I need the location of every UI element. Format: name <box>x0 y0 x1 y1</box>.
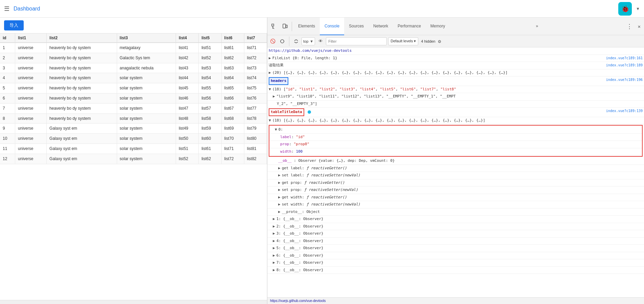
expand-icon[interactable]: ▶ <box>278 195 281 200</box>
table-cell: 1 <box>0 43 15 53</box>
table-row: 1universeheavenly bo dy systemmetagalaxy… <box>0 43 267 53</box>
table-cell: list42 <box>176 53 199 63</box>
hamburger-icon[interactable]: ☰ <box>4 5 9 13</box>
console-line: prop: "prop0" <box>269 141 642 148</box>
expand-icon[interactable]: ▶ <box>269 70 271 76</box>
console-expand-icon[interactable] <box>292 37 300 45</box>
console-source[interactable]: index.vue?c189:196 <box>606 77 643 82</box>
table-cell: list75 <box>244 83 267 93</box>
expand-icon[interactable]: ▶ <box>273 260 275 266</box>
expand-icon[interactable]: ▶ <box>278 173 281 178</box>
table-cell: anagalactic nebula <box>117 63 176 73</box>
table-cell: universe <box>15 154 47 164</box>
expand-icon[interactable]: ▶ <box>278 202 281 208</box>
table-cell: list54 <box>199 73 221 83</box>
devtools-toolbar: 🚫 top ▼ 👁 Default levels ▾ 4 hidden ⚙ <box>267 35 644 47</box>
status-url[interactable]: https://vuejs.github.com/vue-devtools <box>270 299 326 303</box>
console-line: ▶ __proto__: Object <box>267 209 644 216</box>
clear-console-icon[interactable]: 🚫 <box>269 37 277 45</box>
device-icon[interactable] <box>280 21 290 32</box>
dropdown-arrow-icon[interactable]: ▼ <box>636 6 640 11</box>
console-line: ▶ 5: {__ob__: Observer} <box>267 245 644 252</box>
table-cell: solar system <box>117 83 176 93</box>
tab-sources[interactable]: Sources <box>344 18 369 35</box>
inspect-icon[interactable] <box>269 21 280 32</box>
console-output[interactable]: https://github.com/vuejs/vue-devtools ▶ … <box>267 47 644 297</box>
expand-icon[interactable]: ▼ <box>275 127 277 133</box>
expand-icon[interactable]: ▶ <box>273 231 275 237</box>
headers-highlight-text: headers <box>269 77 603 85</box>
tab-overflow[interactable]: » <box>531 18 543 35</box>
console-line: ▶ set width: ƒ reactiveSetter(newVal) <box>267 201 644 209</box>
expand-icon[interactable]: ▶ <box>273 245 275 251</box>
tab-memory[interactable]: Memory <box>426 18 450 35</box>
expand-icon[interactable]: ▶ <box>278 187 281 193</box>
expand-icon[interactable]: ▶ <box>278 166 281 171</box>
table-header-row: id list1 list2 list3 list4 list5 list6 l… <box>0 34 267 43</box>
table-cell: solar system <box>117 124 176 134</box>
console-text: 1: {__ob__: Observer} <box>276 216 643 222</box>
expand-icon[interactable]: ▶ <box>273 216 275 222</box>
devtools-more-icon[interactable]: ⋮ <box>624 23 635 30</box>
table-cell: 3 <box>0 63 15 73</box>
expand-arrow-icon[interactable]: ▶ <box>269 56 271 61</box>
object-0-box: ▼ 0: label: "id" prop: "prop0" width: 10… <box>269 125 643 157</box>
console-text: 7: {__ob__: Observer} <box>276 260 643 266</box>
table-cell: solar system <box>117 134 176 144</box>
table-cell: Galaxy syst em <box>47 154 117 164</box>
table-container[interactable]: id list1 list2 list3 list4 list5 list6 l… <box>0 34 267 300</box>
col-header-list5: list5 <box>199 34 221 43</box>
table-cell: list72 <box>221 154 244 164</box>
expand-icon[interactable]: ▼ <box>269 118 271 124</box>
table-cell: universe <box>15 103 47 113</box>
console-source[interactable]: index.vue?c189:139 <box>606 108 643 113</box>
devtools-status-bar: https://vuejs.github.com/vue-devtools <box>267 297 644 304</box>
console-text: __ob__ : Observer {value: {…}, dep: Dep,… <box>278 158 643 164</box>
expand-icon[interactable]: ▶ <box>273 253 275 259</box>
context-selector[interactable]: top ▼ <box>302 37 315 45</box>
context-label: top <box>303 39 308 43</box>
console-source[interactable]: index.vue?c189:189 <box>606 63 643 68</box>
info-icon <box>308 110 311 114</box>
expand-arrow-icon[interactable]: ▶ <box>273 94 275 100</box>
expand-icon[interactable]: ▼ <box>269 87 271 92</box>
table-cell: list49 <box>176 124 199 134</box>
table-cell: list80 <box>244 134 267 144</box>
table-cell: list52 <box>199 53 221 63</box>
console-text: (18) [{…}, {…}, {…}, {…}, {…}, {…}, {…},… <box>272 118 643 124</box>
expand-icon[interactable]: ▶ <box>278 180 281 186</box>
table-cell: heavenly bo dy system <box>47 43 117 53</box>
console-line: ▶ get width: ƒ reactiveGetter() <box>267 194 644 201</box>
console-link[interactable]: https://github.com/vuejs/vue-devtools <box>269 48 643 54</box>
import-button[interactable]: 导入 <box>4 20 24 30</box>
console-text: FileList {0: File, length: 1} <box>272 56 603 61</box>
tab-console[interactable]: Console <box>320 18 344 35</box>
tab-elements[interactable]: Elements <box>293 18 320 35</box>
expand-icon[interactable]: ▶ <box>273 238 275 244</box>
tab-performance[interactable]: Performance <box>393 18 426 35</box>
console-text: (18) ["id", "list1", "list2", "list3", "… <box>272 87 643 92</box>
console-settings-icon[interactable] <box>278 37 286 45</box>
table-title-badge: tableTitleData <box>269 108 304 116</box>
console-filter-input[interactable] <box>326 37 387 45</box>
table-row: 8universeheavenly bo dy systemsolar syst… <box>0 113 267 124</box>
console-source[interactable]: index.vue?c189:161 <box>606 56 643 61</box>
tab-network[interactable]: Network <box>369 18 393 35</box>
horizontal-scrollbar[interactable] <box>0 300 267 304</box>
table-cell: list67 <box>221 103 244 113</box>
col-header-list3: list3 <box>117 34 176 43</box>
svg-rect-0 <box>272 24 274 26</box>
table-cell: list70 <box>221 134 244 144</box>
expand-icon[interactable]: ▶ <box>273 267 275 273</box>
eye-icon[interactable]: 👁 <box>316 37 325 45</box>
console-gear-icon[interactable]: ⚙ <box>438 39 441 44</box>
log-levels-selector[interactable]: Default levels ▾ <box>388 37 418 45</box>
devtools-close-icon[interactable]: ✕ <box>636 24 643 29</box>
table-cell: universe <box>15 93 47 103</box>
expand-icon[interactable]: ▶ <box>273 224 275 230</box>
svg-rect-3 <box>283 24 286 28</box>
expand-icon[interactable]: ▶ <box>278 209 281 215</box>
table-cell: solar system <box>117 93 176 103</box>
console-line: ▶ 3: {__ob__: Observer} <box>267 230 644 238</box>
table-cell: list69 <box>221 124 244 134</box>
